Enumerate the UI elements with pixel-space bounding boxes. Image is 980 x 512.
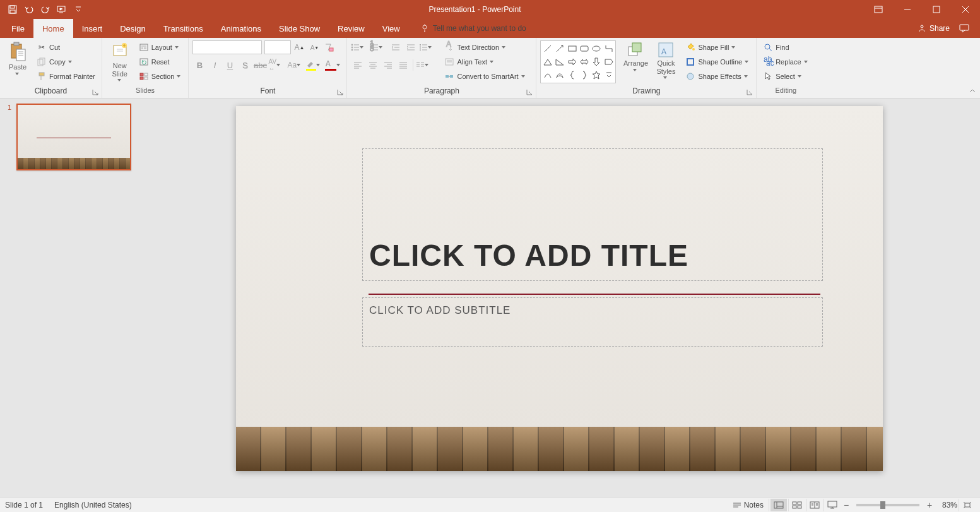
slide-canvas-area[interactable]: CLICK TO ADD TITLE CLICK TO ADD SUBTITLE — [139, 98, 980, 497]
tab-slideshow[interactable]: Slide Show — [270, 19, 329, 38]
slide-counter[interactable]: Slide 1 of 1 — [5, 501, 43, 509]
qat-customize-button[interactable] — [71, 2, 86, 17]
shape-arrow-down[interactable] — [591, 55, 603, 68]
columns-button[interactable] — [416, 61, 434, 69]
bullets-button[interactable] — [351, 44, 369, 51]
line-spacing-button[interactable] — [419, 44, 437, 51]
justify-button[interactable] — [396, 58, 410, 72]
shape-rounded-rect[interactable] — [578, 42, 590, 55]
shape-effects-button[interactable]: Shape Effects — [683, 69, 752, 83]
slideshow-view-button[interactable] — [824, 499, 840, 511]
shape-oval[interactable] — [591, 42, 603, 55]
font-color-button[interactable]: A — [325, 59, 343, 71]
character-spacing-button[interactable]: AV↔ — [268, 58, 286, 72]
zoom-level[interactable]: 83% — [936, 501, 957, 509]
shape-curve[interactable] — [541, 69, 553, 82]
text-highlight-button[interactable] — [306, 60, 324, 71]
paragraph-dialog-launcher[interactable] — [525, 88, 534, 97]
normal-view-button[interactable] — [770, 499, 787, 511]
shape-arrow-double[interactable] — [578, 55, 590, 68]
font-size-combo[interactable] — [264, 40, 291, 54]
align-right-button[interactable] — [381, 58, 395, 72]
text-direction-button[interactable]: AText Direction — [442, 40, 528, 54]
shapes-more[interactable] — [603, 69, 615, 82]
align-left-button[interactable] — [351, 58, 365, 72]
quick-styles-button[interactable]: A Quick Styles — [651, 40, 680, 86]
shape-freeform[interactable] — [554, 69, 566, 82]
redo-button[interactable] — [38, 2, 53, 17]
zoom-out-button[interactable]: − — [841, 500, 851, 510]
underline-button[interactable]: U — [223, 58, 237, 72]
new-slide-button[interactable]: New Slide — [106, 40, 134, 86]
shape-arrow-right[interactable] — [566, 55, 578, 68]
reading-view-button[interactable] — [806, 499, 822, 511]
tab-animations[interactable]: Animations — [212, 19, 270, 38]
minimize-button[interactable] — [893, 0, 922, 19]
language-status[interactable]: English (United States) — [54, 501, 132, 509]
start-from-beginning-button[interactable] — [54, 2, 69, 17]
shape-fill-button[interactable]: Shape Fill — [683, 40, 752, 54]
ribbon-display-options-button[interactable] — [864, 0, 893, 19]
increase-font-button[interactable]: A▲ — [292, 40, 306, 54]
align-center-button[interactable] — [366, 58, 380, 72]
shape-brace-right[interactable] — [578, 69, 590, 82]
shape-star[interactable] — [591, 69, 603, 82]
maximize-button[interactable] — [922, 0, 951, 19]
select-button[interactable]: Select — [760, 69, 811, 83]
slide-sorter-view-button[interactable] — [788, 499, 805, 511]
reset-button[interactable]: Reset — [136, 55, 185, 69]
notes-button[interactable]: Notes — [728, 499, 769, 511]
title-placeholder[interactable]: CLICK TO ADD TITLE — [362, 148, 823, 281]
zoom-in-button[interactable]: + — [924, 500, 935, 510]
zoom-slider-thumb[interactable] — [880, 501, 885, 509]
decrease-indent-button[interactable] — [389, 40, 403, 54]
zoom-slider[interactable] — [856, 504, 919, 506]
shapes-gallery[interactable] — [540, 40, 616, 83]
shape-right-triangle[interactable] — [554, 55, 566, 68]
tab-review[interactable]: Review — [329, 19, 374, 38]
shape-triangle[interactable] — [541, 55, 553, 68]
font-dialog-launcher[interactable] — [336, 88, 345, 97]
fit-to-window-button[interactable] — [959, 499, 975, 511]
share-button[interactable]: Share — [918, 24, 950, 33]
tab-insert[interactable]: Insert — [73, 19, 112, 38]
shape-connector[interactable] — [603, 42, 615, 55]
decrease-font-button[interactable]: A▼ — [307, 40, 321, 54]
tab-transitions[interactable]: Transitions — [155, 19, 212, 38]
tell-me-search[interactable]: Tell me what you want to do — [409, 19, 526, 38]
strikethrough-button[interactable]: abc — [253, 58, 267, 72]
italic-button[interactable]: I — [208, 58, 221, 72]
drawing-dialog-launcher[interactable] — [745, 88, 754, 97]
clear-formatting-button[interactable] — [322, 40, 336, 54]
cut-button[interactable]: ✂Cut — [34, 40, 98, 54]
slide-1[interactable]: CLICK TO ADD TITLE CLICK TO ADD SUBTITLE — [236, 106, 883, 471]
shape-pentagon[interactable] — [603, 55, 615, 68]
subtitle-placeholder[interactable]: CLICK TO ADD SUBTITLE — [362, 297, 823, 347]
slide-thumbnail-1[interactable] — [16, 104, 131, 170]
copy-button[interactable]: Copy — [34, 55, 98, 69]
arrange-button[interactable]: Arrange — [620, 40, 651, 86]
clipboard-dialog-launcher[interactable] — [91, 88, 100, 97]
tab-home[interactable]: Home — [33, 19, 73, 38]
numbering-button[interactable]: 123 — [370, 44, 387, 51]
shape-brace-left[interactable] — [566, 69, 578, 82]
collapse-ribbon-button[interactable] — [969, 87, 976, 96]
align-text-button[interactable]: Align Text — [442, 55, 528, 69]
tab-design[interactable]: Design — [111, 19, 154, 38]
paste-button[interactable]: Paste — [4, 40, 32, 86]
shape-line[interactable] — [541, 42, 553, 55]
tab-view[interactable]: View — [374, 19, 409, 38]
shape-rectangle[interactable] — [566, 42, 578, 55]
close-button[interactable] — [951, 0, 980, 19]
find-button[interactable]: Find — [760, 40, 811, 54]
save-button[interactable] — [5, 2, 20, 17]
layout-button[interactable]: Layout — [136, 40, 185, 54]
shape-line-arrow[interactable] — [554, 42, 566, 55]
comments-button[interactable] — [956, 19, 972, 38]
section-button[interactable]: Section — [136, 69, 185, 83]
format-painter-button[interactable]: Format Painter — [34, 69, 98, 83]
convert-smartart-button[interactable]: Convert to SmartArt — [442, 69, 528, 83]
replace-button[interactable]: abacReplace — [760, 55, 811, 69]
change-case-button[interactable]: Aa — [287, 61, 305, 69]
increase-indent-button[interactable] — [404, 40, 418, 54]
